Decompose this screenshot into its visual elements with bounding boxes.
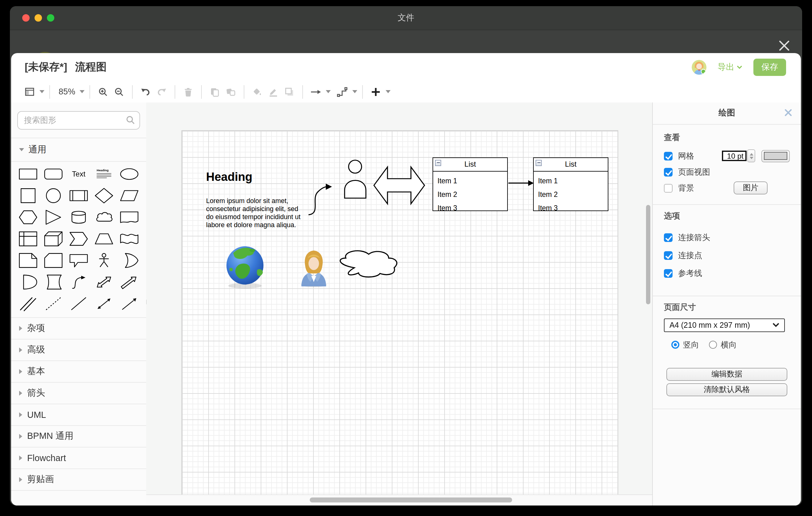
close-icon[interactable] <box>778 39 791 53</box>
shape-tape[interactable] <box>117 230 142 247</box>
sidebar-category[interactable]: 箭头 <box>11 382 146 403</box>
shadow-button[interactable] <box>283 84 296 100</box>
horizontal-scrollbar-track[interactable] <box>146 494 653 506</box>
minimize-traffic-light[interactable] <box>34 14 42 22</box>
list-item[interactable]: Item 1 <box>538 174 608 187</box>
grid-color-button[interactable] <box>761 150 790 162</box>
shape-internal-storage[interactable] <box>16 230 41 247</box>
shape-or[interactable] <box>117 252 142 269</box>
redo-button[interactable] <box>155 84 169 100</box>
zoom-in-button[interactable] <box>96 84 110 100</box>
edit-data-button[interactable]: 编辑数据 <box>666 368 787 380</box>
shape-square[interactable] <box>16 187 41 204</box>
canvas-heading-text[interactable]: Heading <box>206 170 252 183</box>
shape-document[interactable] <box>117 208 142 226</box>
zoom-level[interactable]: 85% <box>59 87 75 96</box>
sidebar-category[interactable]: 杂项 <box>11 317 146 339</box>
sidebar-resize-handle[interactable]: ‖ <box>146 298 147 305</box>
shape-and[interactable] <box>16 273 41 290</box>
portrait-radio[interactable] <box>671 341 679 349</box>
grid-checkbox[interactable] <box>664 151 672 160</box>
copy-style-button[interactable] <box>224 84 237 100</box>
fill-color-button[interactable] <box>251 84 264 100</box>
connection-arrows-checkbox[interactable] <box>664 233 672 242</box>
close-traffic-light[interactable] <box>22 14 30 22</box>
guides-checkbox[interactable] <box>664 269 672 278</box>
horizontal-scrollbar-thumb[interactable] <box>310 497 512 503</box>
chevron-down-icon[interactable] <box>326 90 331 93</box>
grid-size-stepper[interactable] <box>747 149 755 162</box>
shape-rectangle[interactable] <box>16 165 41 182</box>
list-shape[interactable]: List Item 1 Item 2 Item 3 <box>533 157 608 211</box>
list-item[interactable]: Item 3 <box>437 201 507 214</box>
sidebar-category[interactable]: BPMN 通用 <box>11 425 146 447</box>
save-button[interactable]: 保存 <box>753 58 786 76</box>
shape-curve[interactable] <box>66 273 91 290</box>
canvas-paragraph-text[interactable]: Lorem ipsum dolor sit amet, consectetur … <box>206 197 303 229</box>
shape-callout[interactable] <box>66 252 91 269</box>
background-checkbox[interactable] <box>664 183 672 192</box>
sidebar-category[interactable]: 高级 <box>11 339 146 360</box>
shape-process[interactable] <box>66 187 91 204</box>
user-avatar[interactable] <box>692 60 706 75</box>
sidebar-category[interactable]: 基本 <box>11 360 146 382</box>
shape-textbox[interactable]: Heading <box>91 165 117 182</box>
shape-triangle[interactable] <box>41 208 66 226</box>
shape-step[interactable] <box>66 230 91 247</box>
shape-text[interactable]: Text <box>66 165 91 182</box>
chevron-down-icon[interactable] <box>352 90 357 93</box>
shape-cube[interactable] <box>41 230 66 247</box>
collapse-icon[interactable] <box>435 160 441 166</box>
maximize-traffic-light[interactable] <box>47 14 54 22</box>
shape-diamond[interactable] <box>91 187 117 204</box>
insert-button[interactable] <box>369 84 382 100</box>
search-input[interactable] <box>17 111 140 129</box>
export-button[interactable]: 导出 <box>718 61 742 73</box>
shape-note[interactable] <box>16 252 41 269</box>
sidebar-section-general[interactable]: 通用 <box>11 137 146 162</box>
undo-button[interactable] <box>139 84 152 100</box>
list-shape[interactable]: List Item 1 Item 2 Item 3 <box>433 157 508 211</box>
sidebar-category[interactable]: Flowchart <box>11 447 146 468</box>
vertical-scrollbar[interactable] <box>646 205 650 304</box>
list-item[interactable]: Item 3 <box>538 201 608 214</box>
list-item[interactable]: Item 2 <box>437 187 507 201</box>
page-size-select[interactable]: A4 (210 mm x 297 mm) <box>664 318 785 332</box>
chevron-down-icon[interactable] <box>386 90 390 93</box>
shape-ellipse[interactable] <box>117 165 142 182</box>
shape-parallelogram[interactable] <box>117 187 142 204</box>
shape-rounded-rectangle[interactable] <box>41 165 66 182</box>
shape-cylinder[interactable] <box>66 208 91 226</box>
shape-cloud[interactable] <box>91 208 117 226</box>
shape-link[interactable] <box>16 295 41 312</box>
list-item[interactable]: Item 2 <box>538 187 608 201</box>
line-color-button[interactable] <box>266 84 280 100</box>
chevron-down-icon[interactable] <box>80 90 85 93</box>
copy-button[interactable] <box>208 84 222 100</box>
waypoint-style-button[interactable] <box>336 84 349 100</box>
panel-close-icon[interactable] <box>784 108 792 116</box>
sidebar-category[interactable]: 剪贴画 <box>11 468 146 490</box>
shape-card[interactable] <box>41 252 66 269</box>
shape-actor[interactable] <box>91 252 117 269</box>
shape-arrow[interactable] <box>117 273 142 290</box>
page-view-toggle-button[interactable] <box>23 84 36 100</box>
shape-hexagon[interactable] <box>16 208 41 226</box>
connection-points-checkbox[interactable] <box>664 251 672 260</box>
chevron-down-icon[interactable] <box>39 90 45 93</box>
shape-data-storage[interactable] <box>41 273 66 290</box>
grid-size-input[interactable] <box>722 151 747 161</box>
shape-circle[interactable] <box>41 187 66 204</box>
clear-default-style-button[interactable]: 清除默认风格 <box>666 383 787 396</box>
zoom-out-button[interactable] <box>112 84 126 100</box>
connection-arrow-button[interactable] <box>309 84 323 100</box>
shape-bidirectional-connector[interactable] <box>91 295 117 312</box>
diagram-canvas[interactable]: Heading Lorem ipsum dolor sit amet, cons… <box>146 102 653 506</box>
page-view-checkbox[interactable] <box>664 168 672 176</box>
shape-bidirectional-arrow[interactable] <box>91 273 117 290</box>
shape-line[interactable] <box>66 295 91 312</box>
shape-directional-connector[interactable] <box>117 295 142 312</box>
shape-trapezoid[interactable] <box>91 230 117 247</box>
sidebar-category[interactable]: UML <box>11 403 146 425</box>
delete-button[interactable] <box>181 84 195 100</box>
